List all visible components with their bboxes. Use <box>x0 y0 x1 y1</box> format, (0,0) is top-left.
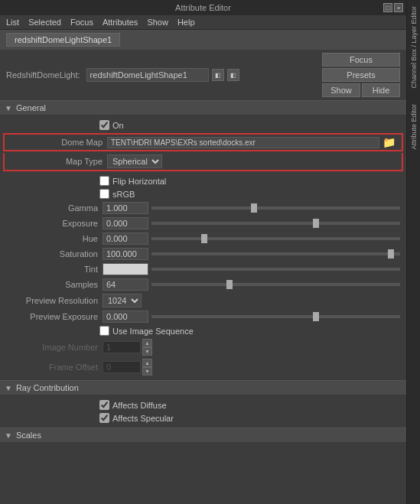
dome-map-path[interactable]: TENT\HDRI MAPS\EXRs sorted\docks.exr <box>107 137 379 148</box>
scales-section-header[interactable]: ▼ Scales <box>0 428 406 443</box>
on-row: On <box>0 119 406 132</box>
dome-map-row: Dome Map TENT\HDRI MAPS\EXRs sorted\dock… <box>3 133 403 151</box>
exposure-slider[interactable] <box>151 222 400 225</box>
show-hide-row: Show Hide <box>322 83 400 97</box>
use-image-sequence-row: Use Image Sequence <box>0 324 406 337</box>
menu-attributes[interactable]: Attributes <box>103 18 138 27</box>
map-type-select[interactable]: Spherical Angular Mirrorball <box>107 154 162 168</box>
preview-resolution-select[interactable]: 1024 512 2048 <box>103 294 142 307</box>
ray-contribution-arrow: ▼ <box>5 384 12 392</box>
tint-slider[interactable] <box>151 268 400 271</box>
presets-button[interactable]: Presets <box>322 68 400 82</box>
samples-field[interactable] <box>103 278 148 291</box>
samples-slider[interactable] <box>151 283 400 286</box>
hide-button[interactable]: Hide <box>362 83 400 97</box>
map-type-label: Map Type <box>11 157 103 166</box>
affects-diffuse-row: Affects Diffuse <box>0 398 406 411</box>
preview-exposure-row: Preview Exposure <box>0 309 406 324</box>
use-image-sequence-label: Use Image Sequence <box>112 327 194 336</box>
node-tab[interactable]: redshiftDomeLightShape1 <box>6 33 120 47</box>
tint-row: Tint <box>0 262 406 277</box>
attribute-editor-label[interactable]: Attribute Editor <box>410 104 418 150</box>
node-tab-bar: redshiftDomeLightShape1 <box>0 30 406 50</box>
gamma-field[interactable] <box>103 202 148 214</box>
connection-icon-2[interactable]: ◧ <box>227 69 239 81</box>
exposure-row: Exposure <box>0 216 406 231</box>
preview-exposure-slider[interactable] <box>151 315 400 318</box>
general-section-header[interactable]: ▼ General <box>0 100 406 115</box>
minimize-btn[interactable]: □ <box>383 3 392 12</box>
samples-row: Samples <box>0 277 406 292</box>
hue-slider[interactable] <box>151 237 400 240</box>
flip-horizontal-checkbox[interactable] <box>99 176 109 186</box>
channel-box-label[interactable]: Channel Box / Layer Editor <box>410 6 418 89</box>
frame-offset-row: Frame Offset ▲ ▼ <box>0 357 406 377</box>
hue-field[interactable] <box>103 232 148 245</box>
menu-focus[interactable]: Focus <box>70 18 93 27</box>
exposure-label: Exposure <box>6 219 98 228</box>
image-number-spinners: ▲ ▼ <box>142 339 152 356</box>
hue-row: Hue <box>0 231 406 246</box>
srgb-checkbox[interactable] <box>99 189 109 199</box>
preview-exposure-field[interactable] <box>103 311 148 323</box>
affects-specular-checkbox[interactable] <box>99 413 109 423</box>
preview-resolution-label: Preview Resolution <box>6 296 98 305</box>
image-number-up[interactable]: ▲ <box>142 339 152 347</box>
ray-contribution-content: Affects Diffuse Affects Specular <box>0 395 406 428</box>
saturation-slider[interactable] <box>151 252 400 255</box>
tint-color-swatch[interactable] <box>103 263 148 275</box>
gamma-row: Gamma <box>0 200 406 216</box>
saturation-label: Saturation <box>6 249 98 259</box>
gamma-thumb[interactable] <box>251 203 257 213</box>
show-button[interactable]: Show <box>322 83 360 97</box>
frame-offset-spinners: ▲ ▼ <box>142 359 152 376</box>
hue-thumb[interactable] <box>201 234 207 243</box>
tint-label: Tint <box>6 265 98 274</box>
srgb-row: sRGB <box>0 187 406 200</box>
folder-icon[interactable]: 📁 <box>383 136 396 148</box>
focus-button[interactable]: Focus <box>322 53 400 67</box>
gamma-slider[interactable] <box>151 206 400 210</box>
saturation-field[interactable] <box>103 248 148 260</box>
exposure-field[interactable] <box>103 217 148 229</box>
saturation-thumb[interactable] <box>388 249 394 259</box>
use-image-sequence-checkbox[interactable] <box>99 326 109 336</box>
title-text: Attribute Editor <box>175 3 231 12</box>
connection-icon-1[interactable]: ◧ <box>212 69 224 81</box>
on-label: On <box>112 121 124 130</box>
scroll-area[interactable]: ▼ General On Dome Map TENT\HDRI MAPS\EXR… <box>0 100 406 504</box>
ray-contribution-section-header[interactable]: ▼ Ray Contribution <box>0 380 406 395</box>
frame-offset-field <box>103 361 141 373</box>
on-checkbox[interactable] <box>99 120 109 130</box>
menu-bar: List Selected Focus Attributes Show Help <box>0 15 406 30</box>
image-number-down[interactable]: ▼ <box>142 347 152 356</box>
image-number-row: Image Number ▲ ▼ <box>0 337 406 357</box>
general-arrow: ▼ <box>5 104 12 112</box>
saturation-row: Saturation <box>0 246 406 262</box>
preview-exposure-thumb[interactable] <box>313 312 319 321</box>
close-btn[interactable]: × <box>394 3 403 12</box>
menu-help[interactable]: Help <box>177 18 195 27</box>
preview-resolution-row: Preview Resolution 1024 512 2048 <box>0 292 406 309</box>
general-label: General <box>16 103 46 112</box>
menu-list[interactable]: List <box>6 18 19 27</box>
btn-group: Focus Presets Show Hide <box>322 53 400 97</box>
general-content: On Dome Map TENT\HDRI MAPS\EXRs sorted\d… <box>0 115 406 380</box>
ray-contribution-label: Ray Contribution <box>16 383 79 392</box>
affects-diffuse-checkbox[interactable] <box>99 400 109 410</box>
resolution-row: 1024 512 2048 <box>103 294 142 307</box>
hue-label: Hue <box>6 234 98 243</box>
frame-offset-up[interactable]: ▲ <box>142 359 152 367</box>
menu-selected[interactable]: Selected <box>28 18 61 27</box>
gamma-label: Gamma <box>6 203 98 213</box>
flip-horizontal-label: Flip Horizontal <box>112 177 166 186</box>
focus-presets-area: RedshiftDomeLight: ◧ ◧ Focus Presets Sho… <box>0 50 406 100</box>
scales-arrow: ▼ <box>5 431 12 440</box>
redshift-label: RedshiftDomeLight: <box>6 70 80 80</box>
menu-show[interactable]: Show <box>147 18 168 27</box>
right-sidebar: Channel Box / Layer Editor Attribute Edi… <box>406 0 420 504</box>
frame-offset-down[interactable]: ▼ <box>142 367 152 376</box>
node-name-field[interactable] <box>86 68 209 82</box>
exposure-thumb[interactable] <box>313 219 319 228</box>
samples-thumb[interactable] <box>226 280 233 289</box>
